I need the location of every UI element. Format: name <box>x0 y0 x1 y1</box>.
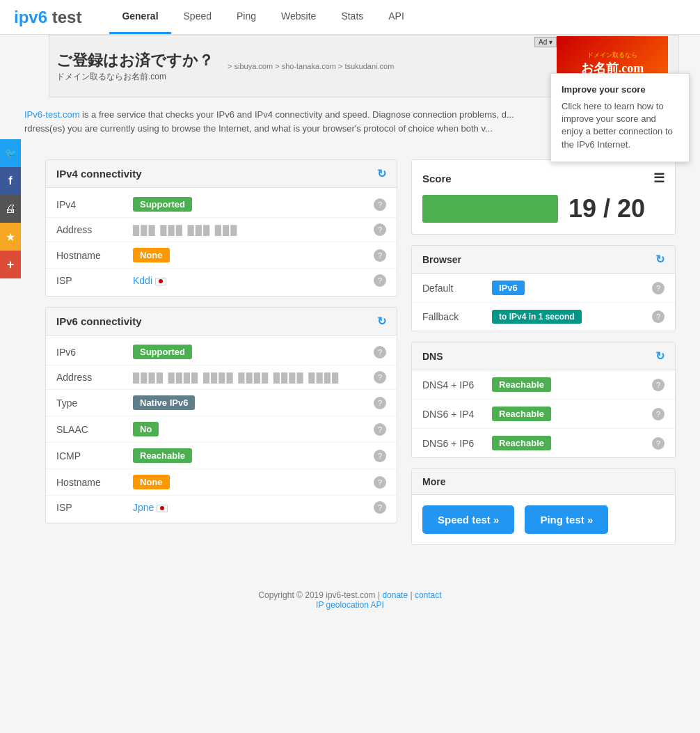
social-sidebar: 🐦 f 🖨 ★ + <box>0 139 21 278</box>
dns-label-dns6ip4: DNS6 + IP4 <box>422 409 492 420</box>
footer: Copyright © 2019 ipv6-test.com | donate … <box>0 569 700 631</box>
ipv6-value-isp: Jpne <box>133 502 374 513</box>
star-button[interactable]: ★ <box>0 223 21 251</box>
ipv6-refresh-icon[interactable]: ↻ <box>377 315 386 328</box>
ipv6-row-type: Type Native IPv6 ? <box>46 390 397 416</box>
ping-test-button[interactable]: Ping test » <box>525 505 608 534</box>
ipv6-badge-slaac: No <box>133 422 159 436</box>
ipv4-badge-supported: Supported <box>133 197 192 212</box>
nav-speed[interactable]: Speed <box>171 0 224 34</box>
ipv6-isp-flag <box>157 505 168 512</box>
ipv6-help-address[interactable]: ? <box>374 371 386 384</box>
ipv4-section-body: IPv4 Supported ? Address ███ ███ ███ ███… <box>46 188 397 296</box>
ipv4-help-hostname[interactable]: ? <box>374 249 386 262</box>
logo[interactable]: ipv6 test <box>14 8 81 27</box>
speed-test-button[interactable]: Speed test » <box>422 505 514 534</box>
ipv6-isp-link[interactable]: Jpne <box>133 502 154 513</box>
ipv6-help-slaac[interactable]: ? <box>374 423 386 436</box>
nav-general[interactable]: General <box>109 0 170 34</box>
ipv4-isp-link[interactable]: Kddi <box>133 275 152 286</box>
dns-help-dns6ip4[interactable]: ? <box>652 408 665 420</box>
ipv6-value-hostname: None <box>133 475 374 489</box>
ipv4-row-isp: ISP Kddi ? <box>46 269 397 292</box>
ipv4-value-address: ███ ███ ███ ███ <box>133 224 374 235</box>
ipv6-badge-icmp: Reachable <box>133 448 192 463</box>
facebook-button[interactable]: f <box>0 167 21 195</box>
ipv6-help-type[interactable]: ? <box>374 397 386 409</box>
twitter-button[interactable]: 🐦 <box>0 139 21 167</box>
ipv6-label-address: Address <box>56 372 133 383</box>
dns-badge-dns6ip4: Reachable <box>492 407 551 421</box>
ipv6-section-header: IPv6 connectivity ↻ <box>46 308 397 336</box>
ipv4-isp-flag <box>155 278 166 285</box>
score-card: Score ☰ 19 / 20 <box>411 159 676 235</box>
tooltip-title: Improve your score <box>562 84 678 95</box>
score-title: Score <box>422 173 452 184</box>
ad-label[interactable]: Ad ▾ <box>534 37 557 47</box>
footer-contact-link[interactable]: contact <box>415 590 442 600</box>
ipv4-help-address[interactable]: ? <box>374 223 386 236</box>
browser-title: Browser <box>422 254 461 265</box>
more-header: More <box>412 469 675 495</box>
dns-help-dns4ip6[interactable]: ? <box>652 379 665 391</box>
ipv6-value-icmp: Reachable <box>133 448 374 463</box>
ipv4-refresh-icon[interactable]: ↻ <box>377 167 386 180</box>
ad-breadcrumb: > sibuya.com > sho-tanaka.com > tsukudan… <box>228 62 394 70</box>
ipv6-badge-supported: Supported <box>133 345 192 359</box>
ipv6-badge-hostname: None <box>133 475 170 489</box>
browser-value-default: IPv6 <box>492 281 652 295</box>
ipv6-label-slaac: SLAAC <box>56 424 133 435</box>
ipv6-label-icmp: ICMP <box>56 450 133 462</box>
dns-refresh-icon[interactable]: ↻ <box>655 349 665 363</box>
score-bar-container: 19 / 20 <box>422 194 665 223</box>
browser-row-default: Default IPv6 ? <box>412 274 675 303</box>
more-body: Speed test » Ping test » <box>412 495 675 544</box>
browser-refresh-icon[interactable]: ↻ <box>655 253 665 266</box>
nav-api[interactable]: API <box>376 0 417 34</box>
ipv6-label-isp: ISP <box>56 502 133 513</box>
ipv4-label-ipv4: IPv4 <box>56 199 133 210</box>
browser-card: Browser ↻ Default IPv6 ? Fallback to IPv… <box>411 245 676 331</box>
ipv4-help-isp[interactable]: ? <box>374 274 386 287</box>
score-bar <box>422 195 558 223</box>
nav-ping[interactable]: Ping <box>224 0 269 34</box>
tooltip-popup: Improve your score Click here to learn h… <box>550 73 690 162</box>
ipv4-help-ipv4[interactable]: ? <box>374 198 386 211</box>
browser-help-default[interactable]: ? <box>652 282 665 294</box>
ipv4-row-ipv4: IPv4 Supported ? <box>46 191 397 218</box>
desc-link[interactable]: IPv6-test.com <box>24 109 79 120</box>
dns-help-dns6ip6[interactable]: ? <box>652 437 665 450</box>
dns-header: DNS ↻ <box>412 342 675 370</box>
dns-value-dns6ip4: Reachable <box>492 407 652 421</box>
nav-stats[interactable]: Stats <box>328 0 376 34</box>
ipv6-section-body: IPv6 Supported ? Address ████ ████ ████ … <box>46 336 397 523</box>
ipv6-label-type: Type <box>56 397 133 409</box>
browser-badge-fallback: to IPv4 in 1 second <box>492 310 582 324</box>
ipv4-value-isp: Kddi <box>133 275 374 286</box>
ipv6-value-slaac: No <box>133 422 374 436</box>
browser-label-default: Default <box>422 283 492 294</box>
ipv6-help-isp[interactable]: ? <box>374 501 386 514</box>
footer-geolocation-link[interactable]: IP geolocation API <box>316 600 384 610</box>
dns-value-dns4ip6: Reachable <box>492 377 652 392</box>
footer-donate-link[interactable]: donate <box>382 590 408 600</box>
footer-copyright: Copyright © 2019 ipv6-test.com <box>258 590 375 600</box>
ipv6-section: IPv6 connectivity ↻ IPv6 Supported ? Add… <box>45 307 397 523</box>
print-button[interactable]: 🖨 <box>0 195 21 223</box>
ipv4-section-title: IPv4 connectivity <box>56 168 142 180</box>
ipv4-value-hostname: None <box>133 248 374 262</box>
browser-header: Browser ↻ <box>412 246 675 274</box>
ipv6-help-hostname[interactable]: ? <box>374 476 386 489</box>
ipv6-help-ipv6[interactable]: ? <box>374 346 386 358</box>
ad-jp-title: ご登録はお済ですか？ <box>56 50 214 71</box>
ipv4-label-isp: ISP <box>56 275 133 286</box>
plus-button[interactable]: + <box>0 251 21 278</box>
nav-website[interactable]: Website <box>269 0 328 34</box>
browser-badge-default: IPv6 <box>492 281 525 295</box>
score-list-icon[interactable]: ☰ <box>653 171 665 186</box>
dns-card: DNS ↻ DNS4 + IP6 Reachable ? DNS6 + IP4 … <box>411 342 676 458</box>
browser-help-fallback[interactable]: ? <box>652 310 665 323</box>
dns-row-dns6ip6: DNS6 + IP6 Reachable ? <box>412 429 675 457</box>
tooltip-body: Click here to learn how to improve your … <box>562 100 678 151</box>
ipv6-help-icmp[interactable]: ? <box>374 450 386 462</box>
